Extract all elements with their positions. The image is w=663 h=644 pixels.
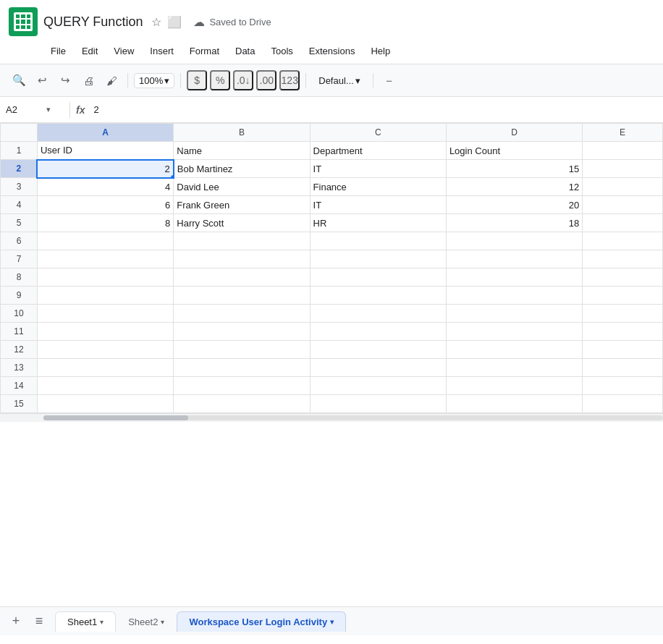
cell-B5[interactable]: Harry Scott [174, 214, 310, 232]
cell-D6[interactable] [446, 232, 582, 250]
decimal-decrease-button[interactable]: .0↓ [233, 70, 253, 90]
cell-C3[interactable]: Finance [310, 178, 446, 196]
row-num-11[interactable]: 11 [1, 323, 38, 341]
row-num-12[interactable]: 12 [1, 341, 38, 359]
row-num-13[interactable]: 13 [1, 359, 38, 377]
cell-C5[interactable]: HR [310, 214, 446, 232]
cell-C7[interactable] [310, 250, 446, 268]
cell-B7[interactable] [174, 250, 310, 268]
row-num-5[interactable]: 5 [1, 214, 38, 232]
cell-A5[interactable]: 8 [37, 214, 173, 232]
sheet-tab-sheet2[interactable]: Sheet2 ▾ [116, 611, 177, 632]
cell-E13[interactable] [583, 359, 663, 377]
sheet-tab-sheet1[interactable]: Sheet1 ▾ [55, 611, 116, 632]
cell-E3[interactable] [583, 178, 663, 196]
row-num-6[interactable]: 6 [1, 232, 38, 250]
menu-extensions[interactable]: Extensions [302, 43, 363, 59]
cell-A8[interactable] [37, 268, 173, 287]
row-num-1[interactable]: 1 [1, 142, 38, 160]
row-num-3[interactable]: 3 [1, 178, 38, 196]
menu-data[interactable]: Data [228, 43, 262, 59]
cell-D5[interactable]: 18 [446, 214, 582, 232]
cell-C1[interactable]: Department [310, 142, 446, 160]
cell-D8[interactable] [446, 268, 582, 287]
cell-C6[interactable] [310, 232, 446, 250]
currency-button[interactable]: $ [187, 70, 207, 90]
sheet-tab-workspace[interactable]: Workspace User Login Activity ▾ [177, 611, 346, 632]
cell-D9[interactable] [446, 287, 582, 305]
cell-B15[interactable] [174, 395, 310, 413]
cell-B12[interactable] [174, 341, 310, 359]
cell-E5[interactable] [583, 214, 663, 232]
search-button[interactable]: 🔍 [9, 70, 29, 90]
cell-A7[interactable] [37, 250, 173, 268]
cell-A14[interactable] [37, 377, 173, 395]
row-num-2[interactable]: 2 [1, 160, 38, 178]
document-title[interactable]: QUERY Function [43, 14, 143, 30]
cell-D11[interactable] [446, 323, 582, 341]
cell-C8[interactable] [310, 268, 446, 287]
col-header-A[interactable]: A [37, 124, 173, 142]
menu-file[interactable]: File [43, 43, 73, 59]
folder-icon[interactable]: ⬜ [167, 15, 182, 29]
cell-E14[interactable] [583, 377, 663, 395]
cell-E11[interactable] [583, 323, 663, 341]
decimal-increase-button[interactable]: .00 [256, 70, 276, 90]
cell-A9[interactable] [37, 287, 173, 305]
cell-C11[interactable] [310, 323, 446, 341]
cell-B9[interactable] [174, 287, 310, 305]
cell-B4[interactable]: Frank Green [174, 196, 310, 214]
cell-ref-arrow[interactable]: ▾ [46, 105, 51, 114]
cell-D12[interactable] [446, 341, 582, 359]
redo-button[interactable]: ↪ [55, 70, 75, 90]
cell-A12[interactable] [37, 341, 173, 359]
row-num-4[interactable]: 4 [1, 196, 38, 214]
cell-D13[interactable] [446, 359, 582, 377]
col-header-B[interactable]: B [174, 124, 310, 142]
cell-C2[interactable]: IT [310, 160, 446, 178]
cell-B11[interactable] [174, 323, 310, 341]
undo-button[interactable]: ↩ [32, 70, 52, 90]
cell-A11[interactable] [37, 323, 173, 341]
cell-B8[interactable] [174, 268, 310, 287]
star-icon[interactable]: ☆ [151, 15, 161, 29]
cell-B10[interactable] [174, 305, 310, 323]
cell-B3[interactable]: David Lee [174, 178, 310, 196]
menu-insert[interactable]: Insert [143, 43, 181, 59]
cell-A10[interactable] [37, 305, 173, 323]
row-num-9[interactable]: 9 [1, 287, 38, 305]
formula-input[interactable]: 2 [93, 104, 657, 115]
cell-C9[interactable] [310, 287, 446, 305]
row-num-7[interactable]: 7 [1, 250, 38, 268]
font-family-selector[interactable]: Defaul... ▾ [312, 72, 366, 89]
cell-D2[interactable]: 15 [446, 160, 582, 178]
row-num-14[interactable]: 14 [1, 377, 38, 395]
cell-A1[interactable]: User ID [37, 142, 173, 160]
col-header-D[interactable]: D [446, 124, 582, 142]
cell-B14[interactable] [174, 377, 310, 395]
decrease-size-button[interactable]: − [379, 70, 400, 90]
cell-C15[interactable] [310, 395, 446, 413]
cell-D7[interactable] [446, 250, 582, 268]
cell-E9[interactable] [583, 287, 663, 305]
menu-tools[interactable]: Tools [263, 43, 300, 59]
col-header-E[interactable]: E [583, 124, 663, 142]
paint-format-button[interactable]: 🖌 [101, 70, 122, 90]
cell-E1[interactable] [583, 142, 663, 160]
cell-A2[interactable]: 2 [37, 160, 173, 178]
cell-ref-input[interactable]: A2 [6, 104, 43, 115]
cell-B1[interactable]: Name [174, 142, 310, 160]
row-num-15[interactable]: 15 [1, 395, 38, 413]
cell-B2[interactable]: Bob Martinez [174, 160, 310, 178]
cell-E6[interactable] [583, 232, 663, 250]
menu-help[interactable]: Help [363, 43, 397, 59]
percent-button[interactable]: % [210, 70, 230, 90]
cell-E15[interactable] [583, 395, 663, 413]
sheets-menu-button[interactable]: ≡ [29, 611, 49, 632]
cell-B13[interactable] [174, 359, 310, 377]
scrollbar-thumb[interactable] [43, 415, 188, 420]
cell-C14[interactable] [310, 377, 446, 395]
cell-D3[interactable]: 12 [446, 178, 582, 196]
zoom-control[interactable]: 100% ▾ [134, 73, 174, 88]
cell-A6[interactable] [37, 232, 173, 250]
